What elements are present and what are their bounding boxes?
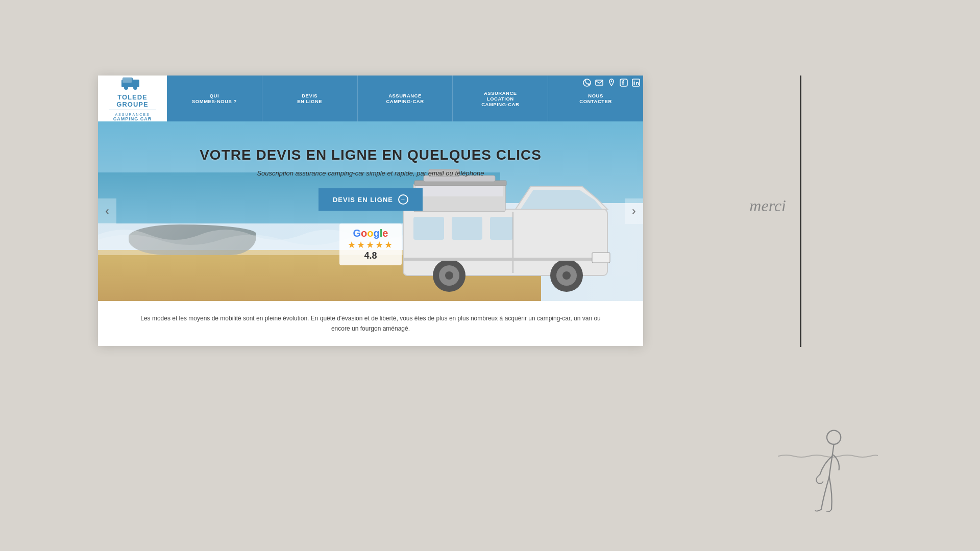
hero-section: VOTRE DEVIS EN LIGNE EN QUELQUES CLICS S… [98,121,643,301]
merci-label: merci [749,196,786,215]
google-brand-text: Google [353,228,388,239]
svg-rect-11 [634,82,635,85]
svg-point-23 [562,271,571,280]
svg-point-10 [634,81,635,82]
linkedin-icon[interactable] [631,78,641,87]
nav-assurance-camping-car[interactable]: ASSURANCE CAMPING-CAR [358,76,453,121]
hero-subtitle: Souscription assurance camping-car simpl… [257,169,484,177]
nav-devis-en-ligne[interactable]: DEVIS EN LIGNE [262,76,358,121]
nav-assurance-location[interactable]: ASSURANCE LOCATION CAMPING-CAR [453,76,548,121]
bottom-text-section: Les modes et les moyens de mobilité sont… [98,301,643,346]
logo-toledo: TOLEDE [117,94,148,101]
svg-point-30 [827,431,841,444]
website-container: TOLEDE GROUPE ASSURANCES CAMPING CAR QUI… [98,76,643,346]
devis-en-ligne-button[interactable]: DEVIS EN LIGNE [318,188,423,211]
svg-point-2 [124,86,128,90]
location-icon[interactable] [607,78,616,87]
slider-next-button[interactable]: › [625,198,643,224]
svg-rect-6 [596,80,603,85]
svg-point-5 [583,79,591,86]
vertical-divider [800,76,801,347]
google-rating-number: 4.8 [364,251,377,261]
svg-point-20 [445,271,453,280]
hero-content: VOTRE DEVIS EN LIGNE EN QUELQUES CLICS S… [98,147,643,265]
scribble-underline [776,453,878,459]
facebook-icon[interactable] [619,78,628,87]
slider-prev-button[interactable]: ‹ [98,198,116,224]
logo-groupe: GROUPE [116,101,148,108]
van-logo-icon [121,76,144,93]
svg-point-3 [133,86,137,90]
main-nav: QUI SOMMES-NOUS ? DEVIS EN LIGNE ASSURAN… [167,76,643,121]
bottom-description: Les modes et les moyens de mobilité sont… [139,313,602,334]
header: TOLEDE GROUPE ASSURANCES CAMPING CAR QUI… [98,76,643,121]
sketch-figure [796,423,857,525]
svg-rect-4 [122,78,132,83]
phone-icon[interactable] [582,78,592,87]
nav-qui-sommes-nous[interactable]: QUI SOMMES-NOUS ? [167,76,262,121]
google-stars: ★★★★★ [348,239,394,251]
logo-camping-car: CAMPING CAR [113,116,152,121]
social-icons-bar [582,78,641,87]
mail-icon[interactable] [595,78,604,87]
logo-assurances: ASSURANCES [115,113,150,116]
logo-block[interactable]: TOLEDE GROUPE ASSURANCES CAMPING CAR [98,76,167,121]
arrow-icon [398,194,408,205]
google-rating-block: Google ★★★★★ 4.8 [339,223,402,265]
logo-divider [109,110,156,110]
hero-title: VOTRE DEVIS EN LIGNE EN QUELQUES CLICS [200,147,542,163]
svg-point-7 [611,81,612,82]
